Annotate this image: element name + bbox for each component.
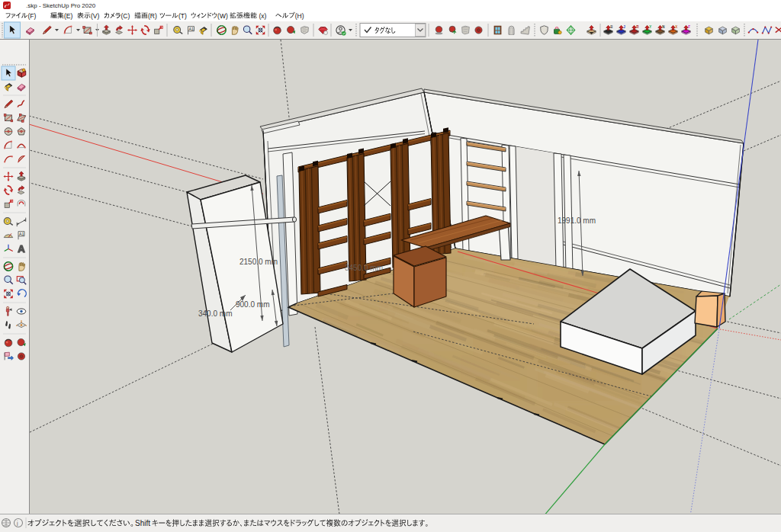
- svg-text:(R): (R): [148, 12, 157, 20]
- svg-text:3450.0 mm: 3450.0 mm: [345, 264, 383, 272]
- svg-text:Shift: Shift: [135, 519, 150, 527]
- svg-text:(F): (F): [27, 12, 36, 20]
- svg-text:N: N: [662, 25, 664, 29]
- svg-text:(W): (W): [217, 12, 228, 20]
- svg-text:(E): (E): [64, 12, 73, 20]
- svg-text:(V): (V): [91, 12, 100, 20]
- svg-text:340.0 mm: 340.0 mm: [198, 309, 232, 318]
- svg-text:(T): (T): [178, 12, 187, 20]
- svg-text:A1: A1: [19, 232, 24, 236]
- svg-text:(C): (C): [121, 12, 130, 20]
- svg-text:B: B: [610, 25, 612, 29]
- svg-text:Y: Y: [649, 25, 651, 29]
- svg-text:(x): (x): [259, 12, 266, 20]
- svg-text:X: X: [675, 25, 677, 29]
- svg-text:2150.0 mm: 2150.0 mm: [239, 258, 278, 266]
- svg-text:A1: A1: [188, 27, 194, 31]
- svg-text:F: F: [688, 25, 690, 29]
- svg-text:900.0 mm: 900.0 mm: [236, 300, 269, 309]
- svg-text:1991.0 mm: 1991.0 mm: [558, 216, 596, 225]
- svg-text:.skp - SketchUp Pro 2020: .skp - SketchUp Pro 2020: [26, 2, 96, 9]
- svg-text:(H): (H): [295, 12, 304, 20]
- svg-text:i: i: [17, 520, 18, 527]
